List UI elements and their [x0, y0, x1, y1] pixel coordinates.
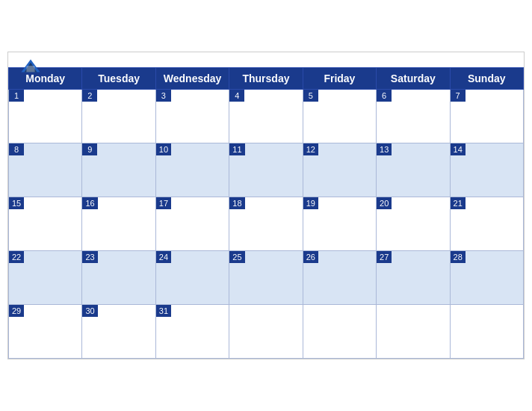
weekday-tuesday: Tuesday [82, 68, 155, 90]
calendar-day-cell: 19 [303, 197, 376, 251]
day-number: 21 [451, 197, 466, 209]
calendar-day-cell: 2 [82, 90, 155, 143]
weekday-saturday: Saturday [377, 68, 450, 90]
calendar-day-cell: 10 [155, 143, 229, 197]
day-number: 19 [303, 197, 318, 209]
calendar-day-cell: 25 [229, 251, 303, 305]
day-number: 22 [9, 251, 24, 263]
day-number: 1 [9, 90, 24, 102]
calendar-day-cell [450, 305, 523, 359]
weekday-header-row: Monday Tuesday Wednesday Thursday Friday… [9, 68, 524, 90]
day-number: 23 [82, 251, 97, 263]
calendar-day-cell: 24 [155, 251, 229, 305]
calendar-week-row: 293031 [9, 305, 524, 359]
calendar-day-cell: 16 [82, 197, 155, 251]
day-number: 5 [303, 90, 318, 102]
calendar-day-cell: 14 [450, 143, 523, 197]
calendar-day-cell: 7 [450, 90, 523, 143]
calendar-day-cell: 13 [377, 143, 450, 197]
calendar-day-cell: 8 [9, 143, 82, 197]
day-number: 30 [82, 305, 97, 317]
calendar-day-cell [303, 305, 376, 359]
calendar-day-cell: 17 [155, 197, 229, 251]
day-number: 18 [229, 197, 244, 209]
day-number: 20 [377, 197, 392, 209]
day-number: 15 [9, 197, 24, 209]
calendar-day-cell: 27 [377, 251, 450, 305]
calendar-day-cell: 3 [155, 90, 229, 143]
calendar-day-cell: 20 [377, 197, 450, 251]
calendar-grid: Monday Tuesday Wednesday Thursday Friday… [8, 67, 524, 359]
calendar-day-cell: 4 [229, 90, 303, 143]
calendar-day-cell: 6 [377, 90, 450, 143]
calendar-week-row: 891011121314 [9, 143, 524, 197]
day-number: 26 [303, 251, 318, 263]
calendar-day-cell: 31 [155, 305, 229, 359]
calendar-container: Monday Tuesday Wednesday Thursday Friday… [7, 52, 525, 359]
day-number: 28 [451, 251, 466, 263]
weekday-wednesday: Wednesday [155, 68, 229, 90]
day-number: 25 [229, 251, 244, 263]
calendar-day-cell: 23 [82, 251, 155, 305]
day-number: 12 [303, 143, 318, 155]
day-number: 4 [229, 90, 244, 102]
calendar-day-cell: 18 [229, 197, 303, 251]
day-number: 27 [377, 251, 392, 263]
day-number: 7 [451, 90, 466, 102]
logo-area [20, 58, 41, 73]
day-number: 3 [156, 90, 171, 102]
calendar-week-row: 15161718192021 [9, 197, 524, 251]
calendar-day-cell: 12 [303, 143, 376, 197]
day-number: 2 [82, 90, 97, 102]
day-number: 11 [229, 143, 244, 155]
calendar-day-cell: 30 [82, 305, 155, 359]
day-number: 17 [156, 197, 171, 209]
day-number: 14 [451, 143, 466, 155]
weekday-friday: Friday [303, 68, 376, 90]
calendar-day-cell: 15 [9, 197, 82, 251]
weekday-sunday: Sunday [450, 68, 523, 90]
calendar-day-cell: 5 [303, 90, 376, 143]
calendar-day-cell: 9 [82, 143, 155, 197]
day-number: 31 [156, 305, 171, 317]
day-number: 9 [82, 143, 97, 155]
calendar-week-row: 22232425262728 [9, 251, 524, 305]
svg-rect-2 [26, 66, 34, 72]
day-number: 29 [9, 305, 24, 317]
calendar-header [8, 52, 524, 67]
calendar-week-row: 1234567 [9, 90, 524, 143]
general-blue-logo-icon [20, 58, 41, 73]
day-number: 16 [82, 197, 97, 209]
calendar-day-cell: 29 [9, 305, 82, 359]
day-number: 13 [377, 143, 392, 155]
weekday-thursday: Thursday [229, 68, 303, 90]
calendar-day-cell: 1 [9, 90, 82, 143]
day-number: 10 [156, 143, 171, 155]
calendar-day-cell: 11 [229, 143, 303, 197]
day-number: 6 [377, 90, 392, 102]
calendar-day-cell [377, 305, 450, 359]
calendar-day-cell: 28 [450, 251, 523, 305]
calendar-day-cell: 26 [303, 251, 376, 305]
day-number: 24 [156, 251, 171, 263]
calendar-day-cell [229, 305, 303, 359]
calendar-day-cell: 21 [450, 197, 523, 251]
calendar-day-cell: 22 [9, 251, 82, 305]
day-number: 8 [9, 143, 24, 155]
